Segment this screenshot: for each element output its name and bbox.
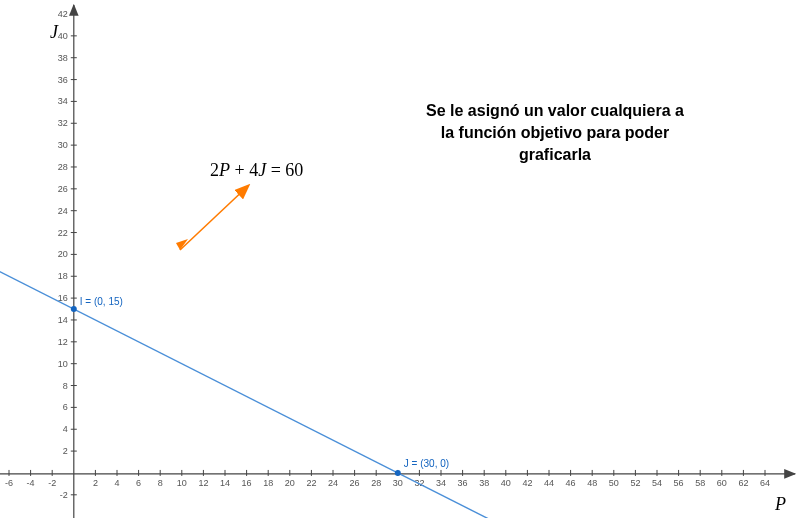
svg-text:34: 34 [58,96,68,106]
svg-text:46: 46 [566,478,576,488]
svg-text:42: 42 [522,478,532,488]
svg-text:42: 42 [58,9,68,19]
svg-text:36: 36 [58,75,68,85]
svg-text:32: 32 [58,118,68,128]
svg-text:64: 64 [760,478,770,488]
svg-point-116 [71,306,77,312]
svg-text:38: 38 [479,478,489,488]
svg-point-118 [395,470,401,476]
svg-text:4: 4 [63,424,68,434]
svg-text:10: 10 [58,359,68,369]
svg-text:10: 10 [177,478,187,488]
svg-text:-2: -2 [60,490,68,500]
point-I: I = (0, 15) [71,296,123,312]
svg-text:20: 20 [285,478,295,488]
chart-svg: -6-4-22468101214161820222426283032343638… [0,0,800,518]
svg-text:J = (30, 0): J = (30, 0) [404,458,449,469]
svg-text:58: 58 [695,478,705,488]
svg-text:36: 36 [458,478,468,488]
svg-text:56: 56 [674,478,684,488]
svg-text:34: 34 [436,478,446,488]
svg-text:54: 54 [652,478,662,488]
svg-text:-4: -4 [27,478,35,488]
svg-text:22: 22 [58,228,68,238]
svg-text:28: 28 [58,162,68,172]
svg-text:18: 18 [263,478,273,488]
svg-text:2: 2 [93,478,98,488]
svg-text:32: 32 [414,478,424,488]
svg-text:26: 26 [350,478,360,488]
svg-text:28: 28 [371,478,381,488]
svg-text:I = (0, 15): I = (0, 15) [80,296,123,307]
svg-text:20: 20 [58,249,68,259]
svg-text:40: 40 [501,478,511,488]
svg-text:la función objetivo para poder: la función objetivo para poder [441,124,669,141]
svg-text:Se le asignó un valor cualquie: Se le asignó un valor cualquiera a [426,102,684,119]
svg-text:26: 26 [58,184,68,194]
svg-text:12: 12 [198,478,208,488]
svg-text:-2: -2 [48,478,56,488]
svg-text:22: 22 [306,478,316,488]
svg-text:40: 40 [58,31,68,41]
x-axis-label: P [774,494,786,514]
svg-text:8: 8 [158,478,163,488]
svg-text:24: 24 [58,206,68,216]
svg-text:50: 50 [609,478,619,488]
svg-text:60: 60 [717,478,727,488]
svg-text:30: 30 [393,478,403,488]
svg-text:18: 18 [58,271,68,281]
x-ticks: -6-4-22468101214161820222426283032343638… [5,470,770,488]
equation-arrow [180,186,248,250]
svg-text:14: 14 [220,478,230,488]
svg-text:6: 6 [63,402,68,412]
svg-text:24: 24 [328,478,338,488]
svg-text:16: 16 [242,478,252,488]
svg-text:6: 6 [136,478,141,488]
svg-text:-6: -6 [5,478,13,488]
y-axis-label: J [50,22,59,42]
svg-text:4: 4 [114,478,119,488]
svg-text:44: 44 [544,478,554,488]
annotation-text: Se le asignó un valor cualquiera a la fu… [426,102,684,163]
svg-text:14: 14 [58,315,68,325]
svg-text:30: 30 [58,140,68,150]
equation-label: 2P + 4J = 60 [210,160,303,180]
svg-text:graficarla: graficarla [519,146,591,163]
svg-text:38: 38 [58,53,68,63]
chart-container: -6-4-22468101214161820222426283032343638… [0,0,800,518]
svg-text:8: 8 [63,381,68,391]
svg-text:48: 48 [587,478,597,488]
svg-text:12: 12 [58,337,68,347]
svg-text:2: 2 [63,446,68,456]
svg-text:52: 52 [630,478,640,488]
svg-text:62: 62 [738,478,748,488]
